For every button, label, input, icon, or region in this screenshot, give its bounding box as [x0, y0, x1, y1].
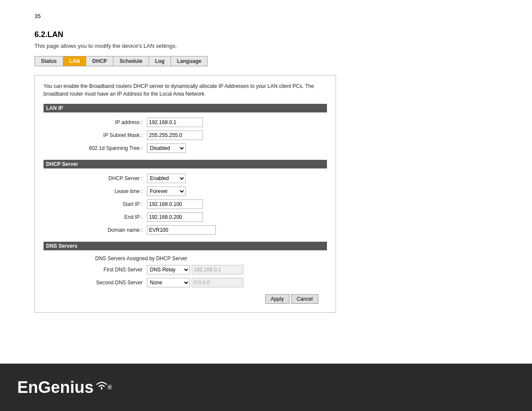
- lease-time-label: Lease time :: [69, 188, 147, 194]
- dns-servers-section: DNS Servers Assigned by DHCP Server Firs…: [44, 255, 327, 287]
- dhcp-server-section-header: DHCP Server: [44, 160, 327, 168]
- button-row: Apply Cancel: [44, 294, 327, 304]
- end-ip-label: End IP :: [69, 214, 147, 220]
- brand-text-genius: Genius: [38, 378, 94, 397]
- domain-name-row: Domain name :: [69, 225, 327, 235]
- first-dns-select[interactable]: DNS Relay None Custom: [147, 265, 190, 274]
- dhcp-server-label: DHCP Server :: [69, 175, 147, 181]
- tab-status[interactable]: Status: [35, 56, 63, 66]
- footer: EnGenius ®: [0, 364, 532, 411]
- wifi-icon: [94, 380, 107, 390]
- subnet-mask-input[interactable]: [147, 131, 203, 140]
- start-ip-label: Start IP :: [69, 201, 147, 207]
- tab-dhcp[interactable]: DHCP: [86, 56, 113, 66]
- second-dns-input: [192, 278, 243, 287]
- spanning-tree-select[interactable]: Disabled Enabled: [147, 143, 186, 153]
- first-dns-input: [192, 265, 243, 274]
- end-ip-input[interactable]: [147, 212, 203, 222]
- first-dns-label: First DNS Server: [69, 267, 147, 273]
- lan-ip-section-header: LAN IP: [44, 104, 327, 112]
- dhcp-server-row: DHCP Server : Enabled Disabled: [69, 174, 327, 183]
- brand-logo: EnGenius ®: [17, 378, 112, 397]
- page-number: 35: [34, 13, 40, 19]
- tab-language[interactable]: Language: [171, 56, 208, 66]
- spanning-tree-label: 802.1d Spanning Tree :: [69, 145, 147, 151]
- tab-lan[interactable]: LAN: [63, 56, 87, 66]
- lan-ip-section: IP address : IP Subnet Mask : 802.1d Spa…: [44, 118, 327, 153]
- dns-note: DNS Servers Assigned by DHCP Server: [69, 255, 327, 262]
- panel-description: You can enable the Broadband routers DHC…: [44, 82, 327, 98]
- brand-text-en: En: [17, 378, 38, 397]
- spanning-tree-row: 802.1d Spanning Tree : Disabled Enabled: [69, 143, 327, 153]
- apply-button[interactable]: Apply: [265, 294, 289, 304]
- section-desc: This page allows you to modify the devic…: [34, 43, 498, 49]
- subnet-mask-label: IP Subnet Mask :: [69, 132, 147, 138]
- domain-name-input[interactable]: [147, 225, 216, 235]
- second-dns-select[interactable]: None DNS Relay Custom: [147, 278, 190, 287]
- ip-address-input[interactable]: [147, 118, 203, 127]
- dhcp-server-select[interactable]: Enabled Disabled: [147, 174, 186, 183]
- ip-address-label: IP address :: [69, 119, 147, 125]
- nav-tabs: Status LAN DHCP Schedule Log Language: [34, 56, 208, 66]
- section-title: 6.2.LAN: [34, 30, 498, 39]
- second-dns-label: Second DNS Server: [69, 280, 147, 286]
- cancel-button[interactable]: Cancel: [291, 294, 318, 304]
- first-dns-row: First DNS Server DNS Relay None Custom: [69, 265, 327, 274]
- settings-panel: You can enable the Broadband routers DHC…: [34, 75, 336, 313]
- second-dns-row: Second DNS Server None DNS Relay Custom: [69, 278, 327, 287]
- ip-address-row: IP address :: [69, 118, 327, 127]
- domain-name-label: Domain name :: [69, 227, 147, 233]
- subnet-mask-row: IP Subnet Mask :: [69, 131, 327, 140]
- tab-log[interactable]: Log: [149, 56, 171, 66]
- tab-schedule[interactable]: Schedule: [113, 56, 149, 66]
- dhcp-server-section: DHCP Server : Enabled Disabled Lease tim…: [44, 174, 327, 235]
- lease-time-select[interactable]: Forever 1 hour 2 hours 1 day: [147, 187, 186, 196]
- lease-time-row: Lease time : Forever 1 hour 2 hours 1 da…: [69, 187, 327, 196]
- start-ip-input[interactable]: [147, 199, 203, 209]
- dns-servers-section-header: DNS Servers: [44, 242, 327, 250]
- end-ip-row: End IP :: [69, 212, 327, 222]
- start-ip-row: Start IP :: [69, 199, 327, 209]
